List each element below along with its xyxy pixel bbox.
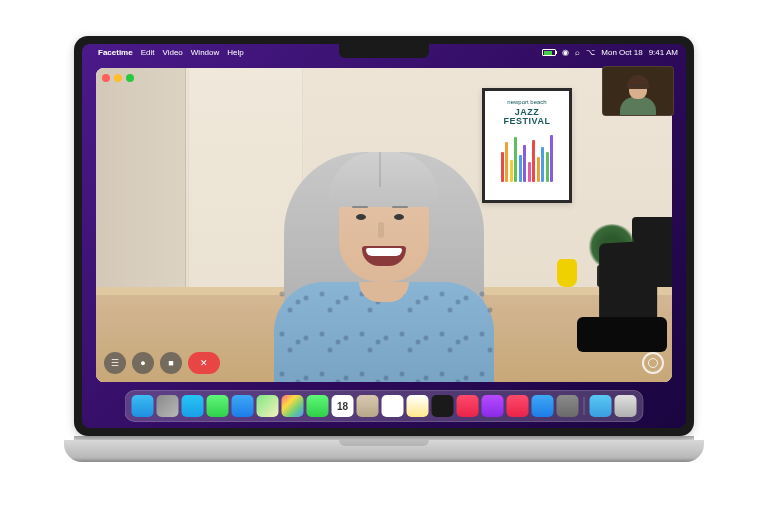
call-controls: ☰ ● ■ ✕ [104,352,220,374]
fullscreen-button[interactable] [126,74,134,82]
self-view-pip[interactable] [602,66,674,116]
menubar-time[interactable]: 9:41 AM [649,48,678,57]
end-call-button[interactable]: ✕ [188,352,220,374]
facetime-call-window: newport beach JAZZ FESTIVAL [96,68,672,382]
mute-button[interactable]: ● [132,352,154,374]
menubar-date[interactable]: Mon Oct 18 [601,48,642,57]
camera-button[interactable]: ■ [160,352,182,374]
poster-supertitle: newport beach [507,99,546,106]
dock-reminders-icon[interactable] [382,395,404,417]
search-icon[interactable]: ⌕ [575,48,580,57]
dock-podcasts-icon[interactable] [482,395,504,417]
menu-video[interactable]: Video [162,48,182,57]
menu-help[interactable]: Help [227,48,243,57]
app-menu[interactable]: Facetime [98,48,133,57]
dock-downloads-icon[interactable] [590,395,612,417]
wifi-icon[interactable]: ◉ [562,48,569,57]
battery-icon[interactable] [542,49,556,56]
dock-photos-icon[interactable] [282,395,304,417]
sidebar-toggle-button[interactable]: ☰ [104,352,126,374]
menu-window[interactable]: Window [191,48,219,57]
screen-bezel: Facetime Edit Video Window Help ◉ ⌕ ⌥ Mo… [74,36,694,436]
menu-edit[interactable]: Edit [141,48,155,57]
dock-news-icon[interactable] [507,395,529,417]
dock-notes-icon[interactable] [407,395,429,417]
dock-trash-icon[interactable] [615,395,637,417]
dock-calendar-icon[interactable]: 18 [332,395,354,417]
dock-tv-icon[interactable] [432,395,454,417]
laptop-base [64,440,704,462]
window-traffic-lights [102,74,134,82]
remote-participant [244,122,524,382]
remote-video-feed: newport beach JAZZ FESTIVAL [96,68,672,382]
dock-contacts-icon[interactable] [357,395,379,417]
dock-music-icon[interactable] [457,395,479,417]
live-photo-button[interactable] [642,352,664,374]
dock-facetime-icon[interactable] [307,395,329,417]
dock-settings-icon[interactable] [557,395,579,417]
dock-launchpad-icon[interactable] [157,395,179,417]
macbook-pro: Facetime Edit Video Window Help ◉ ⌕ ⌥ Mo… [64,36,704,476]
dock-finder-icon[interactable] [132,395,154,417]
dock-mail-icon[interactable] [232,395,254,417]
minimize-button[interactable] [114,74,122,82]
dock-separator [584,397,585,415]
dock-appstore-icon[interactable] [532,395,554,417]
dock: 18 [125,390,644,422]
display-notch [339,44,429,58]
dock-safari-icon[interactable] [182,395,204,417]
control-center-icon[interactable]: ⌥ [586,48,595,57]
dock-maps-icon[interactable] [257,395,279,417]
desktop: Facetime Edit Video Window Help ◉ ⌕ ⌥ Mo… [82,44,686,428]
dock-messages-icon[interactable] [207,395,229,417]
close-button[interactable] [102,74,110,82]
